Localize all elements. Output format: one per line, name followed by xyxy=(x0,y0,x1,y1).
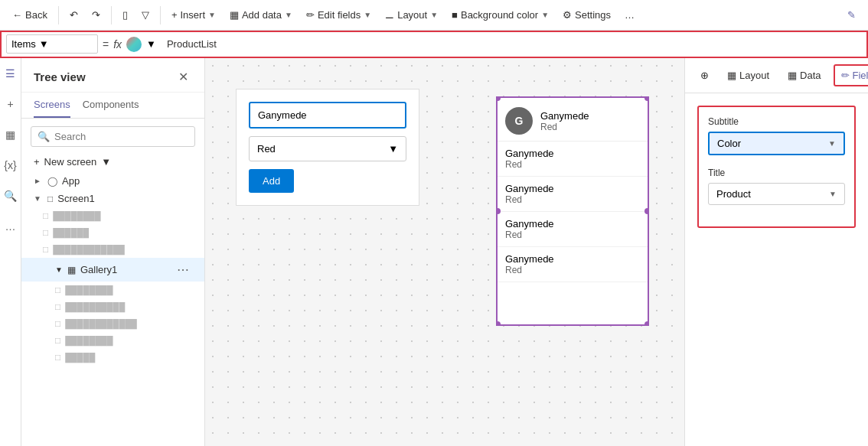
tree-item-blurred2[interactable]: □ ██████ xyxy=(21,224,204,241)
handle-br[interactable] xyxy=(644,321,649,326)
layout-icon: ⚊ xyxy=(385,9,394,21)
tree-search-box[interactable]: 🔍 xyxy=(31,126,195,147)
add-icon[interactable]: + xyxy=(2,95,20,113)
tree-item-nextarrow1[interactable]: □ ████████████ xyxy=(21,315,204,332)
tab-components[interactable]: Components xyxy=(83,93,139,118)
tree-item-screen1[interactable]: ▼ □ Screen1 xyxy=(21,190,204,207)
fields-tool-button[interactable]: ✏ Fields xyxy=(834,64,868,86)
tree-header: Tree view ✕ xyxy=(21,58,204,93)
layout-tool-button[interactable]: ▦ Layout xyxy=(721,66,775,85)
gallery-item-0[interactable]: Ganymede Red xyxy=(498,142,648,177)
copy-icon: ▯ xyxy=(122,9,128,21)
tree-item-blurred3[interactable]: □ ████████████ xyxy=(21,241,204,258)
icon-rail: ☰ + ▦ {x} 🔍 … xyxy=(0,58,21,446)
edit-fields-button[interactable]: ✏ Edit fields ▼ xyxy=(300,6,377,24)
gallery1-more-button[interactable]: ⋯ xyxy=(174,261,192,278)
subtitle-icon: □ xyxy=(55,335,60,346)
tree-item-gallery1[interactable]: ▼ ▦ Gallery1 ⋯ xyxy=(21,258,204,282)
blurred3-icon: □ xyxy=(43,244,48,255)
tree-item-rectangle1[interactable]: □ ████████ xyxy=(21,282,204,298)
items-dropdown[interactable]: Items ▼ xyxy=(6,34,98,54)
fields-content: Subtitle Color ▼ Title Product ▼ xyxy=(685,93,868,446)
plus-icon: + xyxy=(171,9,178,21)
add-data-button[interactable]: ▦ Add data ▼ xyxy=(224,6,299,24)
pencil-icon: ✎ xyxy=(847,9,856,21)
ganymede-input[interactable] xyxy=(249,102,406,129)
tree-view-icon[interactable]: ☰ xyxy=(2,64,20,83)
new-screen-plus-icon: + xyxy=(34,156,40,168)
red-dropdown[interactable]: Red ▼ xyxy=(249,136,406,161)
tree-item-subtitle1[interactable]: □ ████████ xyxy=(21,332,204,349)
tree-item-blurred1[interactable]: □ ████████ xyxy=(21,207,204,224)
gallery-item-1[interactable]: Ganymede Red xyxy=(498,177,648,212)
gallery-top-item: G Ganymede Red xyxy=(498,98,648,142)
data-tool-button[interactable]: ▦ Data xyxy=(782,66,827,85)
layout-button[interactable]: ⚊ Layout ▼ xyxy=(379,6,444,24)
pointer-tool-button[interactable]: ⊕ xyxy=(694,66,715,85)
back-icon: ← xyxy=(12,9,22,21)
fields-outline: Subtitle Color ▼ Title Product ▼ xyxy=(697,106,856,228)
data-tool-icon: ▦ xyxy=(788,70,797,81)
tree-tabs: Screens Components xyxy=(21,93,204,119)
fields-panel: ⊕ ▦ Layout ▦ Data ✏ Fields xyxy=(684,58,868,446)
gallery-top-info: Ganymede Red xyxy=(540,110,589,132)
gallery-icon: ▦ xyxy=(67,265,76,275)
screen-icon: □ xyxy=(47,194,53,204)
undo-button[interactable]: ↶ xyxy=(64,6,84,24)
search-icon[interactable]: 🔍 xyxy=(2,187,20,205)
insert-button[interactable]: + Insert ▼ xyxy=(165,6,222,24)
more-button[interactable]: … xyxy=(618,6,641,24)
insert-chevron: ▼ xyxy=(208,11,216,19)
redo-icon: ↷ xyxy=(92,9,100,21)
paste-icon: ▽ xyxy=(142,9,149,21)
settings-button[interactable]: ⚙ Settings xyxy=(556,6,617,24)
grid-icon[interactable]: ▦ xyxy=(2,125,20,144)
new-screen-button[interactable]: + New screen ▼ xyxy=(21,151,204,172)
copy-button[interactable]: ▯ xyxy=(116,6,134,24)
background-color-button[interactable]: ■ Background color ▼ xyxy=(445,6,555,24)
tree-item-app[interactable]: ► ◯ App xyxy=(21,172,204,190)
pointer-icon: ⊕ xyxy=(700,70,709,81)
divider-1 xyxy=(58,6,59,24)
edit-icon-button[interactable]: ✎ xyxy=(841,6,862,24)
equals-sign: = xyxy=(103,38,109,50)
subtitle-value: Color xyxy=(717,138,741,149)
title-value: Product xyxy=(716,188,751,200)
subtitle-dropdown[interactable]: Color ▼ xyxy=(708,132,845,155)
main-layout: ☰ + ▦ {x} 🔍 … Tree view ✕ Screens Compon… xyxy=(0,58,868,446)
more-rail-icon[interactable]: … xyxy=(2,217,20,236)
expand-icon-app: ► xyxy=(34,177,43,185)
search-icon: 🔍 xyxy=(38,131,50,142)
tree-item-separator1[interactable]: □ ██████████ xyxy=(21,298,204,315)
handle-bl[interactable] xyxy=(496,321,501,326)
title-icon: □ xyxy=(55,352,60,363)
app-preview: Red ▼ Add xyxy=(236,89,419,206)
fields-tool-icon: ✏ xyxy=(841,70,850,81)
subtitle-section: Subtitle Color ▼ xyxy=(708,116,845,155)
formula-input[interactable] xyxy=(161,35,862,53)
sep-icon: □ xyxy=(55,301,60,312)
tree-close-button[interactable]: ✕ xyxy=(174,67,192,86)
gallery-item-3[interactable]: Ganymede Red xyxy=(498,247,648,282)
handle-mr[interactable] xyxy=(644,208,649,214)
arrow-icon: □ xyxy=(55,318,60,329)
gallery-item-2[interactable]: Ganymede Red xyxy=(498,212,648,247)
rect-icon: □ xyxy=(55,285,60,295)
paste-button[interactable]: ▽ xyxy=(135,6,155,24)
blurred1-icon: □ xyxy=(43,210,48,221)
expand-icon-gallery1: ▼ xyxy=(55,265,63,274)
gallery-avatar: G xyxy=(505,107,533,135)
undo-icon: ↶ xyxy=(70,9,78,21)
main-toolbar: ← Back ↶ ↷ ▯ ▽ + Insert ▼ ▦ Add data ▼ ✏… xyxy=(0,0,868,31)
divider-3 xyxy=(160,6,161,24)
title-dropdown[interactable]: Product ▼ xyxy=(708,183,845,205)
redo-button[interactable]: ↷ xyxy=(86,6,106,24)
back-button[interactable]: ← Back xyxy=(6,6,54,24)
variables-icon[interactable]: {x} xyxy=(2,156,20,174)
add-button[interactable]: Add xyxy=(249,169,294,193)
tab-screens[interactable]: Screens xyxy=(34,93,70,118)
handle-tr[interactable] xyxy=(644,96,649,101)
tree-item-title1[interactable]: □ █████ xyxy=(21,349,204,366)
add-data-chevron: ▼ xyxy=(285,11,292,19)
search-input[interactable] xyxy=(54,131,188,142)
